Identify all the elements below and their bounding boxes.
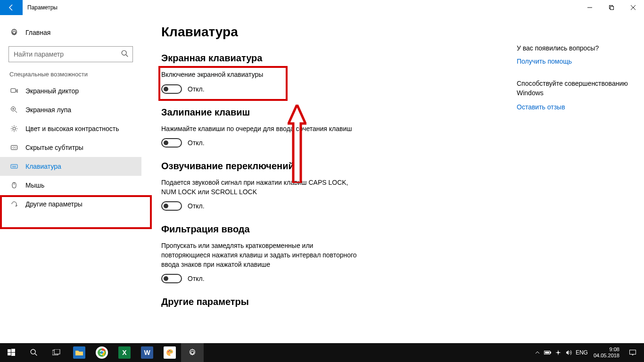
tray-battery[interactable] — [543, 343, 553, 362]
sidebar-item-contrast[interactable]: Цвет и высокая контрастность — [0, 119, 141, 138]
narrator-icon — [9, 87, 19, 95]
toggle-state-togglekeys: Откл. — [188, 202, 205, 210]
taskbar-app-settings[interactable] — [181, 343, 204, 362]
tray-language[interactable]: ENG — [574, 343, 590, 362]
maximize-icon — [609, 5, 614, 10]
gear-icon — [188, 348, 197, 357]
svg-text:CC: CC — [12, 146, 17, 149]
chevron-up-icon — [535, 350, 540, 355]
get-help-link[interactable]: Получить помощь — [517, 58, 635, 65]
svg-point-5 — [13, 127, 16, 130]
feedback-link[interactable]: Оставить отзыв — [517, 103, 635, 111]
sidebar-item-label: Скрытые субтитры — [25, 144, 83, 151]
folder-icon — [75, 350, 83, 355]
search-wrap — [8, 46, 133, 62]
setting-label-filter: Пропускать или замедлять кратковременные… — [161, 241, 359, 269]
setting-label-togglekeys: Подается звуковой сигнал при нажатии кла… — [161, 178, 359, 197]
sidebar-item-captions[interactable]: CC Скрытые субтитры — [0, 138, 141, 157]
sidebar-item-label: Мышь — [25, 181, 44, 189]
keyboard-icon — [9, 163, 19, 170]
svg-point-2 — [122, 50, 126, 55]
improve-text: Способствуйте совершенствованию Windows — [517, 79, 635, 98]
svg-rect-11 — [11, 349, 15, 352]
close-button[interactable] — [622, 0, 644, 15]
sidebar-item-mouse[interactable]: Мышь — [0, 176, 141, 195]
svg-point-20 — [168, 351, 169, 352]
tray-volume[interactable] — [563, 343, 574, 362]
search-icon — [121, 49, 129, 58]
toggle-osk[interactable] — [161, 84, 182, 94]
sidebar-item-magnifier[interactable]: Экранная лупа — [0, 100, 141, 119]
toggle-sticky[interactable] — [161, 138, 182, 148]
taskbar-app-word[interactable]: W — [136, 343, 158, 362]
sidebar-item-label: Экранная лупа — [25, 106, 71, 114]
search-icon — [30, 348, 38, 357]
task-view-button[interactable] — [45, 343, 68, 362]
sidebar-item-label: Клавиатура — [25, 163, 61, 170]
svg-rect-26 — [630, 350, 636, 354]
svg-rect-25 — [545, 352, 549, 354]
setting-label-osk: Включение экранной клавиатуры — [161, 70, 359, 80]
gear-icon — [9, 28, 19, 37]
section-title-togglekeys: Озвучивание переключений — [161, 161, 503, 172]
toggle-togglekeys[interactable] — [161, 201, 182, 211]
taskbar-app-chrome[interactable] — [91, 343, 113, 362]
section-title-osk: Экранная клавиатура — [161, 53, 503, 64]
sidebar-item-keyboard[interactable]: Клавиатура — [0, 157, 141, 176]
svg-rect-8 — [11, 165, 17, 168]
toggle-filter[interactable] — [161, 274, 182, 283]
chrome-icon — [97, 348, 107, 357]
maximize-button[interactable] — [601, 0, 622, 15]
section-title-other: Другие параметры — [161, 296, 503, 307]
svg-rect-16 — [54, 349, 60, 354]
battery-icon — [544, 350, 552, 355]
toggle-row-togglekeys: Откл. — [161, 201, 503, 211]
clock-time: 9:08 — [610, 346, 619, 353]
taskbar-search-button[interactable] — [23, 343, 45, 362]
action-center-button[interactable] — [623, 343, 642, 362]
svg-point-22 — [171, 351, 172, 352]
svg-rect-24 — [550, 352, 551, 354]
back-button[interactable] — [0, 0, 23, 15]
windows-icon — [8, 349, 15, 356]
notification-icon — [629, 349, 636, 356]
palette-icon — [165, 348, 174, 357]
minimize-icon — [587, 5, 592, 10]
sidebar-group-title: Специальные возможности — [0, 71, 141, 82]
sidebar-item-label: Экранный диктор — [25, 87, 79, 95]
sidebar: Главная Специальные возможности Экранный… — [0, 15, 141, 343]
home-button[interactable]: Главная — [0, 24, 141, 41]
toggle-knob — [164, 276, 168, 281]
taskbar-app-explorer[interactable] — [68, 343, 91, 362]
page-title: Клавиатура — [161, 25, 503, 40]
titlebar: Параметры — [0, 0, 644, 15]
search-input[interactable] — [8, 46, 133, 62]
mouse-icon — [9, 181, 19, 189]
toggle-knob — [164, 140, 168, 145]
sidebar-item-label: Цвет и высокая контрастность — [25, 125, 119, 132]
tray-airplane[interactable] — [553, 343, 563, 362]
toggle-knob — [164, 87, 168, 91]
svg-rect-12 — [8, 353, 11, 355]
tray-clock[interactable]: 9:08 04.05.2018 — [590, 346, 623, 359]
taskbar-app-excel[interactable]: X — [113, 343, 136, 362]
tray-overflow[interactable] — [532, 343, 543, 362]
home-label: Главная — [25, 29, 50, 36]
section-title-sticky: Залипание клавиш — [161, 107, 503, 118]
toggle-state-filter: Откл. — [188, 275, 205, 282]
system-tray: ENG 9:08 04.05.2018 — [532, 343, 644, 362]
right-panel: У вас появились вопросы? Получить помощь… — [517, 15, 644, 343]
svg-point-21 — [169, 350, 170, 351]
content: Клавиатура Экранная клавиатура Включение… — [141, 15, 517, 343]
toggle-state-osk: Откл. — [188, 85, 205, 93]
magnifier-icon — [9, 106, 19, 114]
refresh-icon — [9, 200, 19, 208]
sidebar-item-other[interactable]: Другие параметры — [0, 195, 141, 214]
start-button[interactable] — [0, 343, 23, 362]
taskbar-app-paint[interactable] — [158, 343, 181, 362]
sidebar-item-narrator[interactable]: Экранный диктор — [0, 82, 141, 100]
minimize-button[interactable] — [579, 0, 601, 15]
window-title: Параметры — [27, 4, 58, 11]
sidebar-item-label: Другие параметры — [25, 200, 83, 208]
task-view-icon — [52, 349, 61, 356]
